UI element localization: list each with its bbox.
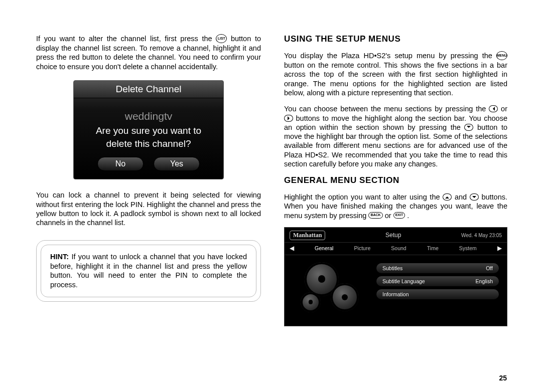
right-column: USING THE SETUP MENUS You display the Pl… [284,34,507,326]
gear-icon [331,283,359,311]
hint-body: If you want to unlock a channel that you… [50,253,247,289]
page-number: 25 [499,374,507,382]
text: You can choose between the menu sections… [284,105,489,113]
down-arrow-icon [464,124,473,131]
option-subtitles[interactable]: Subtitles Off [376,263,499,273]
opt-val: Off [486,265,493,271]
down-arrow-icon [470,193,479,201]
delete-channel-dialog: Delete Channel weddingtv Are you sure yo… [73,80,224,179]
no-button[interactable]: No [97,157,144,171]
opt-val: English [476,278,493,284]
option-list: Subtitles Off Subtitle Language English … [376,261,499,321]
setup-title: Setup [385,232,401,239]
opt-key: Information [382,291,409,297]
dialog-title: Delete Channel [74,81,223,98]
heading-using-setup: USING THE SETUP MENUS [284,34,507,44]
text: buttons to move the highlight along the … [284,114,507,131]
para-setup-nav: You can choose between the menu sections… [284,104,507,168]
setup-tabs: ◀ General Picture Sound Time System ▶ [285,242,507,255]
opt-key: Subtitles [382,265,402,271]
text: and [455,193,470,201]
brand-logo: Manhattan [290,231,325,240]
text: . [407,212,409,220]
exit-button-icon: EXIT [393,212,405,219]
hint-text: HINT: If you want to unlock a channel th… [41,245,256,297]
gear-graphic [289,261,366,321]
option-subtitle-language[interactable]: Subtitle Language English [376,276,499,286]
manual-page: If you want to alter the channel list, f… [0,0,542,346]
setup-topbar: Manhattan Setup Wed. 4 May 23:05 [285,228,507,242]
text: or [501,105,507,113]
hint-label: HINT: [50,253,69,261]
tab-time[interactable]: Time [427,245,439,251]
text: You display the Plaza HD•S2's setup menu… [284,52,496,60]
left-column: If you want to alter the channel list, f… [36,34,261,326]
dialog-question: Are you sure you want to delete this cha… [74,122,223,157]
para-setup-intro: You display the Plaza HD•S2's setup menu… [284,51,507,97]
tab-general[interactable]: General [315,245,333,251]
dialog-buttons: No Yes [74,157,223,171]
hint-box: HINT: If you want to unlock a channel th… [36,240,261,301]
list-button-icon: LIST [216,34,227,43]
opt-key: Subtitle Language [382,278,425,284]
heading-general-menu: GENERAL MENU SECTION [284,175,507,185]
yes-button[interactable]: Yes [154,157,200,171]
up-arrow-icon [443,193,452,201]
tab-left-arrow-icon[interactable]: ◀ [290,245,294,252]
menu-button-icon: MENU [496,51,507,60]
setup-screenshot: Manhattan Setup Wed. 4 May 23:05 ◀ Gener… [284,227,507,326]
tab-picture[interactable]: Picture [354,245,371,251]
para-lock-channel: You can lock a channel to prevent it bei… [36,190,261,227]
text: or [385,212,393,220]
left-arrow-icon [489,105,498,112]
tab-right-arrow-icon[interactable]: ▶ [497,245,502,252]
setup-date: Wed. 4 May 23:05 [461,233,502,238]
para-general-menu: Highlight the option you want to alter u… [284,192,507,220]
option-information[interactable]: Information [376,289,499,299]
para-channel-list: If you want to alter the channel list, f… [36,34,261,71]
gear-icon [301,292,321,312]
tab-sound[interactable]: Sound [391,245,406,251]
dialog-channel: weddingtv [74,110,223,122]
text: button on the remote control. This shows… [284,61,507,97]
text: Highlight the option you want to alter u… [284,193,443,201]
back-button-icon: BACK [368,212,382,219]
setup-body: Subtitles Off Subtitle Language English … [285,255,507,327]
right-arrow-icon [284,115,293,122]
text: If you want to alter the channel list, f… [36,35,216,43]
tab-system[interactable]: System [459,245,477,251]
